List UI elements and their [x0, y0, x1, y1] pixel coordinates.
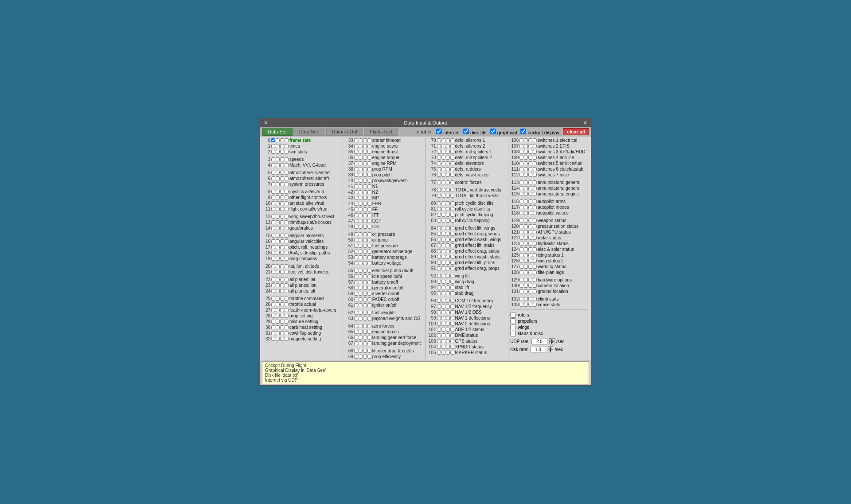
table-row[interactable]: 70defs: ailerons 1 [428, 137, 507, 143]
row-checkbox-1[interactable] [276, 157, 280, 161]
row-checkbox-1[interactable] [524, 230, 528, 234]
row-checkbox-1[interactable] [276, 325, 280, 329]
row-checkbox-1[interactable] [276, 308, 280, 312]
row-checkbox-1[interactable] [359, 161, 363, 165]
row-checkbox-2[interactable] [528, 284, 532, 288]
table-row[interactable]: 53battery amperage [345, 254, 424, 260]
row-checkbox-3[interactable] [533, 253, 537, 257]
table-row[interactable]: 124elec & solar status [510, 246, 589, 252]
row-checkbox-1[interactable] [524, 253, 528, 257]
table-row[interactable]: 100NAV 2 deflections [428, 321, 507, 327]
row-checkbox-3[interactable] [367, 179, 371, 183]
row-checkbox-3[interactable] [450, 173, 454, 177]
table-row[interactable]: 24all planes: alt [262, 288, 341, 294]
row-checkbox-0[interactable] [271, 251, 275, 255]
row-checkbox-1[interactable] [276, 215, 280, 219]
row-checkbox-0[interactable] [354, 255, 358, 259]
row-checkbox-3[interactable] [285, 245, 289, 249]
row-checkbox-0[interactable] [354, 274, 358, 278]
row-checkbox-2[interactable] [280, 215, 284, 219]
row-checkbox-2[interactable] [446, 285, 450, 289]
row-checkbox-3[interactable] [285, 277, 289, 281]
row-checkbox-3[interactable] [285, 283, 289, 287]
row-checkbox-2[interactable] [446, 249, 450, 253]
row-checkbox-1[interactable] [276, 171, 280, 175]
row-checkbox-3[interactable] [367, 330, 371, 334]
row-checkbox-3[interactable] [533, 156, 537, 160]
row-checkbox-3[interactable] [285, 270, 289, 274]
row-checkbox-3[interactable] [533, 161, 537, 165]
row-checkbox-2[interactable] [446, 188, 450, 192]
row-checkbox-3[interactable] [450, 194, 454, 198]
row-checkbox-0[interactable] [354, 297, 358, 301]
table-row[interactable]: 35engine thrust [345, 149, 424, 155]
row-checkbox-2[interactable] [528, 242, 532, 246]
table-row[interactable]: 88grnd effect drag, stabs [428, 248, 507, 254]
row-checkbox-1[interactable] [524, 265, 528, 269]
table-row[interactable]: 84grnd effect lift, wings [428, 225, 507, 231]
row-checkbox-0[interactable] [519, 236, 523, 240]
row-checkbox-1[interactable] [524, 156, 528, 160]
row-checkbox-1[interactable] [276, 270, 280, 274]
row-checkbox-2[interactable] [528, 253, 532, 257]
row-checkbox-3[interactable] [367, 311, 371, 315]
row-checkbox-3[interactable] [533, 173, 537, 177]
row-checkbox-2[interactable] [528, 278, 532, 282]
row-checkbox-1[interactable] [276, 207, 280, 211]
table-row[interactable]: 69prop efficiency [345, 354, 424, 359]
row-checkbox-0[interactable] [437, 238, 441, 242]
table-row[interactable]: 67landing gear deployment [345, 340, 424, 346]
row-checkbox-2[interactable] [280, 195, 284, 199]
row-checkbox-1[interactable] [524, 247, 528, 251]
row-checkbox-0[interactable] [519, 144, 523, 148]
row-checkbox-3[interactable] [450, 305, 454, 309]
disk-rate-up[interactable]: ▲ [548, 346, 553, 349]
row-checkbox-2[interactable] [446, 274, 450, 278]
row-checkbox-2[interactable] [363, 167, 367, 171]
row-checkbox-3[interactable] [533, 297, 537, 301]
row-checkbox-1[interactable] [359, 184, 363, 188]
row-checkbox-0[interactable] [271, 239, 275, 243]
row-checkbox-0[interactable] [519, 205, 523, 209]
row-checkbox-2[interactable] [446, 266, 450, 270]
row-checkbox-2[interactable] [446, 173, 450, 177]
row-checkbox-2[interactable] [446, 232, 450, 236]
row-checkbox-1[interactable] [441, 328, 445, 332]
table-row[interactable]: 19mag compass [262, 256, 341, 262]
row-checkbox-1[interactable] [276, 302, 280, 306]
row-checkbox-0[interactable] [271, 144, 275, 148]
row-checkbox-0[interactable] [437, 351, 441, 355]
table-row[interactable]: 111switches 6:clutch/astab [510, 166, 589, 172]
row-checkbox-0[interactable] [271, 201, 275, 205]
row-checkbox-3[interactable] [285, 257, 289, 261]
row-checkbox-1[interactable] [359, 138, 363, 142]
row-checkbox-0[interactable] [271, 308, 275, 312]
row-checkbox-1[interactable] [441, 351, 445, 355]
row-checkbox-0[interactable] [271, 226, 275, 230]
row-checkbox-3[interactable] [367, 232, 371, 236]
row-checkbox-0[interactable] [437, 180, 441, 184]
row-checkbox-0[interactable] [354, 207, 358, 211]
row-checkbox-1[interactable] [359, 156, 363, 160]
table-row[interactable]: 90grnd effect lift, props [428, 260, 507, 266]
row-checkbox-2[interactable] [280, 264, 284, 268]
row-checkbox-0[interactable] [354, 238, 358, 242]
row-checkbox-3[interactable] [450, 161, 454, 165]
row-checkbox-3[interactable] [285, 144, 289, 148]
row-checkbox-0[interactable] [271, 245, 275, 249]
row-checkbox-3[interactable] [450, 255, 454, 259]
table-row[interactable]: 98NAV 1/2 OBS [428, 309, 507, 315]
row-checkbox-1[interactable] [276, 289, 280, 293]
row-checkbox-2[interactable] [528, 236, 532, 240]
row-checkbox-0[interactable] [271, 331, 275, 335]
row-checkbox-0[interactable] [271, 207, 275, 211]
row-checkbox-3[interactable] [533, 205, 537, 209]
row-checkbox-2[interactable] [280, 251, 284, 255]
tab-datasee[interactable]: Data See [293, 128, 325, 136]
row-checkbox-3[interactable] [285, 150, 289, 154]
row-checkbox-1[interactable] [524, 270, 528, 274]
table-row[interactable]: 110switches 5:anti-ice/fuel [510, 160, 589, 166]
row-checkbox-1[interactable] [359, 316, 363, 320]
row-checkbox-2[interactable] [280, 190, 284, 194]
row-checkbox-2[interactable] [528, 161, 532, 165]
